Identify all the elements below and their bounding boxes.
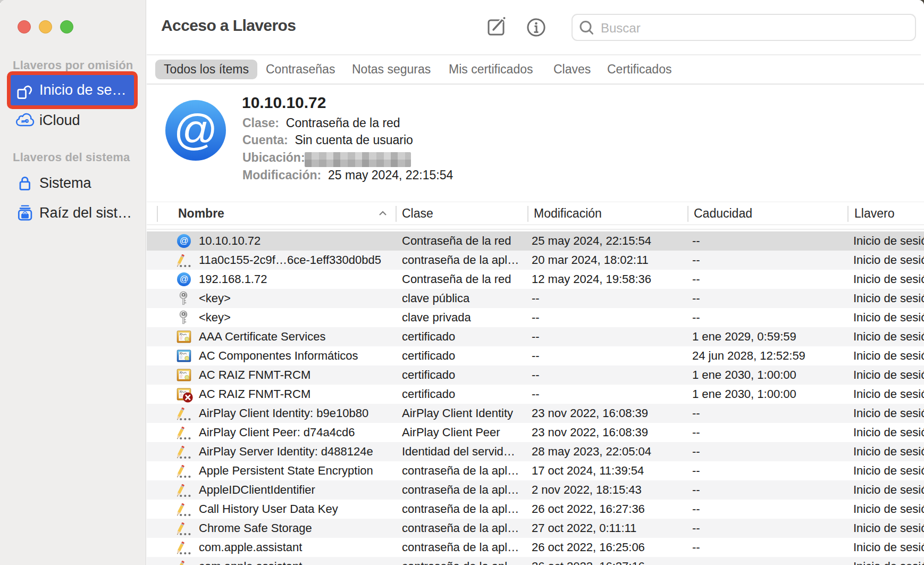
- svg-text:@: @: [180, 274, 189, 284]
- svg-text:@: @: [173, 105, 217, 154]
- svg-text:@: @: [180, 236, 189, 245]
